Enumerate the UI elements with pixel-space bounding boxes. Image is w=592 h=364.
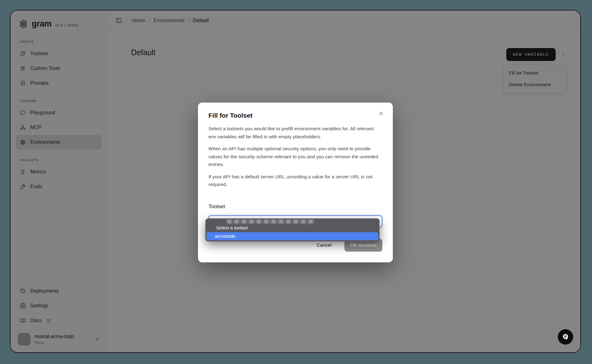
dialog-paragraph: Select a toolsets you would like to pref… <box>208 125 382 140</box>
toolset-select-wrap: Select a toolset acmetodo <box>208 215 382 228</box>
select-value-blur <box>227 220 315 224</box>
option-label: acmetodo <box>215 233 235 239</box>
chat-widget-button[interactable] <box>558 329 573 345</box>
dialog-paragraph: When an API has multiple optional securi… <box>208 145 382 168</box>
close-icon[interactable] <box>377 110 385 118</box>
toolset-field-label: Toolset <box>208 204 382 210</box>
dialog-title: Fill for Toolset <box>208 112 382 119</box>
check-icon <box>209 226 213 230</box>
option-select-a-toolset[interactable]: Select a toolset <box>207 224 378 232</box>
chat-bubble-icon <box>561 333 570 341</box>
dialog-paragraph: If your API has a default server URL, pr… <box>208 173 382 188</box>
option-label: Select a toolset <box>216 225 248 230</box>
app-window: gram v0.8.7 (beta) CREATE Toolsets <box>10 10 581 353</box>
cancel-button[interactable]: Cancel <box>315 242 333 248</box>
option-acmetodo[interactable]: acmetodo <box>207 232 378 240</box>
fill-for-toolset-dialog: Fill for Toolset Select a toolsets you w… <box>198 103 393 262</box>
toolset-select-popup: Select a toolset acmetodo <box>205 218 380 241</box>
